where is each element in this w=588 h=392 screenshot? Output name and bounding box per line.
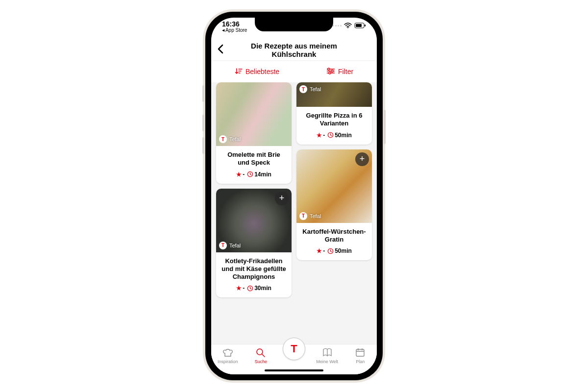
tab-label: Suche bbox=[255, 359, 268, 364]
recipe-grid[interactable]: T Tefal Omelette mit Brie und Speck ★ - … bbox=[211, 82, 377, 344]
recipe-meta: ★ - 50min bbox=[301, 132, 367, 139]
brand-name: Tefal bbox=[229, 136, 241, 142]
svg-rect-3 bbox=[365, 24, 366, 26]
tab-meine-welt[interactable]: Meine Welt bbox=[311, 347, 344, 364]
svg-point-0 bbox=[347, 27, 348, 28]
star-icon: ★ bbox=[236, 171, 242, 178]
recipe-time: 50min bbox=[335, 132, 352, 139]
brand-name: Tefal bbox=[229, 243, 241, 248]
recipe-rating: - bbox=[323, 132, 325, 139]
clock-icon bbox=[247, 285, 253, 292]
add-recipe-button[interactable]: + bbox=[355, 152, 369, 166]
brand-button-icon: T bbox=[283, 338, 305, 360]
sliders-icon bbox=[326, 68, 335, 76]
recipe-rating: - bbox=[243, 171, 245, 178]
clock-icon bbox=[327, 132, 334, 138]
sort-icon bbox=[235, 68, 243, 76]
add-recipe-button[interactable]: + bbox=[275, 192, 289, 205]
recipe-image: T Tefal bbox=[296, 82, 372, 107]
brand-badge: T Tefal bbox=[299, 212, 321, 220]
svg-rect-12 bbox=[356, 349, 364, 356]
screen: 16:36 App Store Die Rezepte aus meinem K… bbox=[211, 18, 377, 374]
recipe-card[interactable]: T Tefal Omelette mit Brie und Speck ★ - … bbox=[216, 82, 292, 184]
recipe-title: Kartoffel-Würstchen-Gratin bbox=[301, 228, 367, 244]
page-header: Die Rezepte aus meinem Kühlschrank bbox=[211, 39, 377, 61]
tab-plan[interactable]: Plan bbox=[343, 347, 377, 364]
tab-label: Plan bbox=[356, 359, 365, 364]
tab-inspiration[interactable]: Inspiration bbox=[211, 347, 245, 364]
svg-point-4 bbox=[328, 68, 330, 70]
tab-search[interactable]: Suche bbox=[245, 347, 278, 364]
home-indicator[interactable] bbox=[265, 369, 323, 371]
brand-name: Tefal bbox=[310, 213, 321, 219]
wifi-icon bbox=[344, 23, 352, 28]
phone-frame: 16:36 App Store Die Rezepte aus meinem K… bbox=[205, 12, 383, 380]
brand-logo-icon: T bbox=[219, 135, 227, 143]
star-icon: ★ bbox=[317, 247, 322, 254]
brand-logo-icon: T bbox=[299, 212, 307, 220]
brand-name: Tefal bbox=[310, 86, 321, 92]
recipe-rating: - bbox=[323, 247, 325, 254]
filter-label: Filter bbox=[338, 68, 353, 75]
brand-badge: T Tefal bbox=[219, 242, 241, 249]
tab-label: Inspiration bbox=[218, 359, 238, 364]
star-icon: ★ bbox=[317, 132, 322, 139]
battery-icon bbox=[354, 23, 366, 28]
clock-icon bbox=[247, 171, 253, 177]
search-icon bbox=[255, 347, 266, 358]
status-time: 16:36 bbox=[222, 21, 247, 27]
recipe-rating: - bbox=[243, 285, 245, 292]
recipe-image: T Tefal bbox=[216, 82, 292, 146]
back-button[interactable] bbox=[217, 44, 229, 56]
recipe-title: Kotlety-Frikadellen und mit Käse gefüllt… bbox=[221, 257, 287, 281]
svg-rect-2 bbox=[356, 24, 362, 27]
recipe-title: Gegrillte Pizza in 6 Varianten bbox=[301, 112, 367, 128]
svg-point-6 bbox=[329, 72, 331, 74]
cellular-dots-icon bbox=[333, 25, 342, 26]
brand-logo-icon: T bbox=[219, 242, 227, 249]
tab-label: Meine Welt bbox=[316, 359, 338, 364]
clock-icon bbox=[327, 248, 334, 254]
sort-label: Beliebteste bbox=[245, 68, 279, 75]
recipe-meta: ★ - 30min bbox=[221, 285, 287, 292]
recipe-meta: ★ - 14min bbox=[221, 171, 287, 178]
tab-bar: Inspiration Suche T Meine Welt bbox=[211, 344, 377, 374]
recipe-image: + T Tefal bbox=[216, 189, 292, 252]
back-to-app[interactable]: App Store bbox=[222, 28, 247, 33]
page-title: Die Rezepte aus meinem Kühlschrank bbox=[229, 42, 371, 58]
brand-logo-icon: T bbox=[299, 85, 307, 93]
recipe-card[interactable]: + T Tefal Kartoffel-Würstchen-Gratin ★ - bbox=[296, 149, 372, 261]
recipe-title: Omelette mit Brie und Speck bbox=[221, 151, 287, 167]
recipe-meta: ★ - 50min bbox=[301, 247, 367, 254]
recipe-time: 50min bbox=[335, 247, 352, 254]
tab-center[interactable]: T bbox=[277, 338, 311, 360]
filter-button[interactable]: Filter bbox=[326, 68, 353, 76]
recipe-time: 14min bbox=[254, 171, 271, 178]
notch bbox=[255, 18, 333, 31]
recipe-card[interactable]: T Tefal Gegrillte Pizza in 6 Varianten ★… bbox=[296, 82, 372, 145]
recipe-card[interactable]: + T Tefal Kotlety-Frikadellen und mit Kä… bbox=[216, 189, 292, 298]
chef-hat-icon bbox=[222, 347, 233, 358]
calendar-icon bbox=[355, 347, 366, 358]
book-icon bbox=[322, 347, 333, 358]
star-icon: ★ bbox=[236, 285, 242, 292]
brand-badge: T Tefal bbox=[219, 135, 241, 143]
sort-button[interactable]: Beliebteste bbox=[235, 68, 279, 76]
recipe-image: + T Tefal bbox=[296, 149, 372, 223]
svg-point-11 bbox=[257, 349, 263, 355]
sort-filter-row: Beliebteste Filter bbox=[211, 61, 377, 82]
brand-badge: T Tefal bbox=[299, 85, 321, 93]
svg-point-5 bbox=[331, 70, 333, 72]
recipe-time: 30min bbox=[254, 285, 271, 292]
